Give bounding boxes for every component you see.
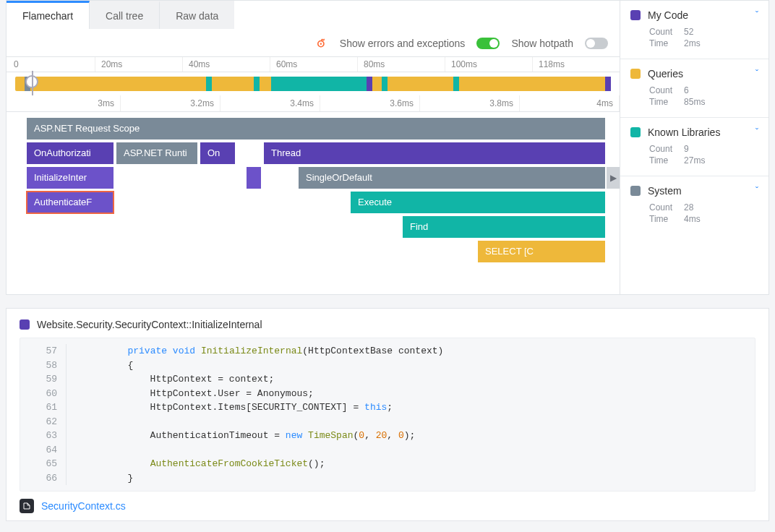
ruler-tick: 80ms [357, 57, 445, 72]
legend-mycode[interactable]: My Code ˇ Count52 Time2ms [620, 1, 768, 59]
ruler-tick: 3ms [21, 95, 121, 111]
ruler-tick: 0 [7, 57, 95, 72]
legend-system[interactable]: System ˇ Count28 Time4ms [620, 176, 768, 234]
view-tabs: Flamechart Call tree Raw data [7, 1, 620, 29]
ruler-tick: 3.6ms [320, 95, 420, 111]
errors-label: Show errors and exceptions [340, 38, 466, 49]
chevron-down-icon: ˇ [755, 10, 758, 20]
flame-area: Flamechart Call tree Raw data ⊙̃ Show er… [7, 1, 620, 294]
flame-span[interactable] [247, 167, 261, 189]
overview-viewport-handle[interactable] [25, 75, 38, 88]
overview-track[interactable] [15, 77, 611, 91]
legend-queries[interactable]: Queries ˇ Count6 Time85ms [620, 59, 768, 118]
tab-flamechart[interactable]: Flamechart [7, 1, 90, 29]
code-panel: Website.Security.SecurityContext::Initia… [6, 308, 769, 521]
flame-rows: ASP.NET Request Scope OnAuthorizati ASP.… [7, 112, 620, 294]
flame-span[interactable]: Thread [264, 142, 605, 164]
swatch-icon [20, 319, 30, 330]
ruler-tick: 3.4ms [220, 95, 320, 111]
swatch-icon [630, 10, 641, 20]
profiler-panel: Flamechart Call tree Raw data ⊙̃ Show er… [6, 0, 769, 295]
code-frame-title: Website.Security.SecurityContext::Initia… [37, 319, 262, 330]
overview-ruler: 0 20ms 40ms 60ms 80ms 100ms 118ms [7, 56, 620, 72]
source-file-link[interactable]: SecurityContext.cs [41, 500, 126, 512]
legend-title: System [648, 185, 748, 197]
flame-span[interactable]: Execute [351, 192, 605, 213]
chevron-down-icon: ˇ [755, 186, 758, 196]
flame-span[interactable]: On [200, 142, 235, 164]
flame-span[interactable]: ASP.NET Runti [116, 142, 197, 164]
ruler-tick: 3.2ms [121, 95, 220, 111]
file-icon [20, 499, 34, 513]
ruler-tick: 4ms [520, 95, 620, 111]
swatch-icon [630, 186, 641, 196]
flame-span[interactable]: SingleOrDefault [299, 167, 605, 189]
detail-ruler: 3ms 3.2ms 3.4ms 3.6ms 3.8ms 4ms [7, 95, 620, 112]
swatch-icon [630, 69, 641, 79]
legend-known[interactable]: Known Libraries ˇ Count9 Time27ms [620, 118, 768, 176]
flame-span[interactable]: InitializeInter [27, 167, 114, 189]
flame-span-selected[interactable]: AuthenticateF [27, 192, 114, 213]
bug-icon: ⊙̃ [317, 38, 325, 49]
legend-title: My Code [648, 9, 748, 21]
toggle-errors[interactable] [476, 38, 500, 49]
chevron-down-icon: ˇ [755, 127, 758, 137]
tab-rawdata[interactable]: Raw data [160, 1, 234, 29]
ruler-tick: 100ms [445, 57, 532, 72]
category-legend: My Code ˇ Count52 Time2ms Queries ˇ Coun… [620, 1, 768, 294]
ruler-tick: 20ms [95, 57, 182, 72]
toggle-hotpath[interactable] [585, 38, 608, 49]
legend-title: Known Libraries [648, 126, 748, 138]
flame-span[interactable]: OnAuthorizati [27, 142, 114, 164]
code-block: 57 private void InitializeInternal(HttpC… [20, 338, 755, 492]
flame-span-scope[interactable]: ASP.NET Request Scope [27, 118, 605, 140]
legend-title: Queries [648, 68, 748, 80]
flame-options: ⊙̃ Show errors and exceptions Show hotpa… [7, 29, 620, 56]
flame-span[interactable]: Find [403, 216, 605, 238]
ruler-tick: 40ms [182, 57, 270, 72]
ruler-tick: 3.8ms [420, 95, 520, 111]
tab-calltree[interactable]: Call tree [90, 1, 160, 29]
ruler-tick: 118ms [532, 57, 620, 72]
ruler-tick: 60ms [270, 57, 357, 72]
hotpath-label: Show hotpath [511, 38, 573, 49]
scroll-right-icon[interactable]: ▶ [607, 167, 620, 189]
chevron-down-icon: ˇ [755, 69, 758, 79]
swatch-icon [630, 127, 641, 137]
flame-span[interactable]: SELECT [C [478, 241, 605, 262]
